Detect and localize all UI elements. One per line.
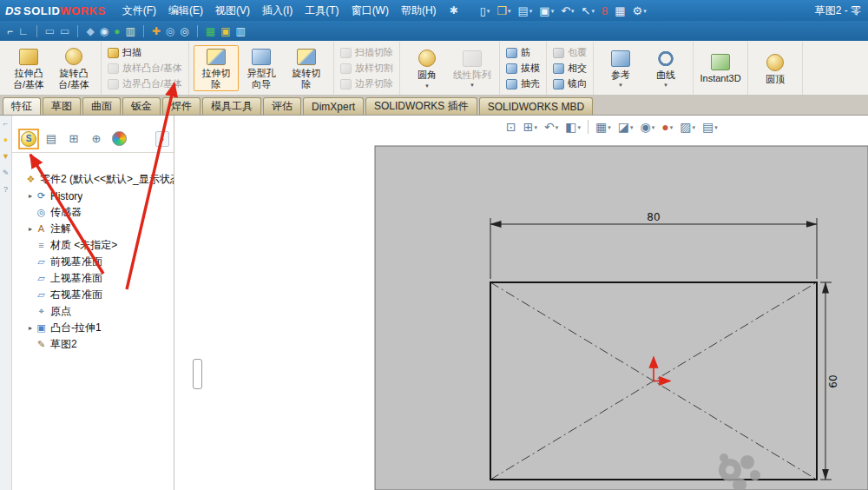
- tree-item-front-plane[interactable]: ▱前视基准面: [12, 254, 174, 270]
- revolved-cut-button[interactable]: 旋转切 除: [284, 45, 329, 91]
- tree-item-history[interactable]: ▸⟳History: [12, 188, 174, 204]
- appearance-icon[interactable]: ◆: [86, 26, 94, 36]
- tab-weldments[interactable]: 焊件: [162, 97, 201, 115]
- panel-splitter-handle[interactable]: [193, 359, 202, 389]
- menu-window[interactable]: 窗口(W): [345, 1, 395, 21]
- reference-geometry-button[interactable]: 参考▼: [598, 47, 643, 90]
- open-icon[interactable]: ❒▾: [494, 5, 513, 17]
- menu-file[interactable]: 文件(F): [116, 1, 162, 21]
- monitor1-icon[interactable]: ▭: [45, 26, 55, 36]
- sw-star-icon[interactable]: ✱: [450, 4, 458, 17]
- dimension-height-value[interactable]: 60: [827, 374, 839, 387]
- tree-item-origin[interactable]: ⌖原点: [12, 303, 174, 320]
- propertymanager-tab[interactable]: ▤: [43, 131, 59, 147]
- tab-solidworks-mbd[interactable]: SOLIDWORKS MBD: [479, 97, 593, 115]
- hide-show-items-icon[interactable]: ◉▾: [640, 121, 654, 133]
- extruded-cut-button[interactable]: 拉伸切 除: [194, 45, 239, 91]
- curves-button[interactable]: 曲线▼: [643, 47, 688, 90]
- tab-evaluate[interactable]: 评估: [263, 97, 301, 115]
- swept-boss-button[interactable]: 扫描: [106, 46, 143, 59]
- zoom-pair-icon[interactable]: ◎: [166, 26, 174, 36]
- view-orientation-icon[interactable]: ▦▾: [595, 121, 611, 133]
- new-document-icon[interactable]: ▯▾: [477, 5, 493, 17]
- display-style-icon[interactable]: ◪▾: [618, 121, 634, 133]
- file-properties-icon[interactable]: ▦: [612, 5, 628, 17]
- graphics-area[interactable]: ⊡⊞▾↶▾◧▾▦▾◪▾◉▾●▾▨▾▤▾: [174, 116, 868, 490]
- tab-sketch[interactable]: 草图: [43, 97, 81, 115]
- eye-icon[interactable]: ◉: [100, 26, 108, 36]
- extruded-boss-button[interactable]: 拉伸凸 台/基体: [6, 45, 51, 91]
- expand-arrow-icon[interactable]: ▸: [26, 324, 35, 332]
- shell-button[interactable]: 抽壳: [504, 77, 542, 90]
- mm-ruler-icon[interactable]: ▥: [125, 26, 135, 36]
- tree-item-boss-extrude1[interactable]: ▸▣凸台-拉伸1: [12, 320, 174, 336]
- dimension-width-value[interactable]: 80: [647, 211, 660, 223]
- zoom-area-icon[interactable]: ⊞▾: [523, 121, 537, 133]
- tab-dimxpert[interactable]: DimXpert: [303, 97, 364, 115]
- tab-solidworks-addins[interactable]: SOLIDWORKS 插件: [365, 97, 477, 115]
- configurationmanager-tab[interactable]: ⊞: [66, 131, 82, 147]
- tree-item-material[interactable]: ≡材质 <未指定>: [12, 237, 174, 254]
- select-icon[interactable]: ↖▾: [579, 5, 597, 17]
- tree-item-top-plane[interactable]: ▱上视基准面: [12, 270, 174, 287]
- filter-strip-icon[interactable]: ▼: [2, 153, 10, 161]
- apply-scene-icon[interactable]: ▨▾: [680, 121, 695, 133]
- featuremanager-tab[interactable]: S: [21, 131, 36, 147]
- help-strip-icon[interactable]: ?: [3, 186, 8, 194]
- tree-item-right-plane[interactable]: ▱右视基准面: [12, 287, 174, 303]
- monitor2-icon[interactable]: ▭: [60, 26, 69, 36]
- magnifier-icon[interactable]: ◎: [180, 26, 188, 36]
- dimxpertmanager-tab[interactable]: ⊕: [89, 131, 104, 147]
- instant3d-button[interactable]: Instant3D: [698, 50, 743, 86]
- undo-icon[interactable]: ↶▾: [558, 5, 576, 17]
- menu-tools[interactable]: 工具(T): [299, 1, 345, 21]
- flyout-expand-button[interactable]: ›: [155, 131, 169, 147]
- pin-icon[interactable]: ⌐: [7, 26, 13, 36]
- tree-item-sketch2[interactable]: ✎草图2: [12, 336, 174, 353]
- corner-ruler-icon[interactable]: ∟: [18, 26, 29, 36]
- options-gear-icon[interactable]: ⚙▾: [630, 5, 649, 17]
- pencil-strip-icon[interactable]: ✎: [3, 169, 10, 177]
- sphere-icon[interactable]: ●: [114, 26, 120, 36]
- previous-view-icon[interactable]: ↶▾: [544, 121, 558, 133]
- draft-button[interactable]: 拔模: [504, 62, 542, 75]
- dome-button[interactable]: 圆顶: [753, 50, 798, 87]
- save-icon[interactable]: ▤▾: [516, 5, 536, 17]
- rib-button[interactable]: 筋: [504, 46, 532, 59]
- sheet-icon[interactable]: ▥: [235, 26, 245, 36]
- menu-view[interactable]: 视图(V): [209, 1, 256, 21]
- chevron-down-icon: ▾: [529, 8, 533, 14]
- expand-arrow-icon[interactable]: ▸: [26, 192, 35, 200]
- logo-solid-text: SOLID: [23, 4, 60, 17]
- menu-insert[interactable]: 插入(I): [256, 1, 299, 21]
- tab-sheet-metal[interactable]: 钣金: [122, 97, 161, 115]
- section-view-icon[interactable]: ◧▾: [565, 121, 581, 133]
- tree-item-part[interactable]: ❖零件2 (默认<<默认>_显示状态: [12, 171, 174, 188]
- cart-icon[interactable]: ▣: [220, 26, 230, 36]
- pin-strip-icon[interactable]: ⌐: [3, 120, 8, 128]
- view-settings-icon[interactable]: ▤▾: [702, 121, 718, 133]
- intersect-button[interactable]: 相交: [551, 62, 589, 75]
- rebuild-icon[interactable]: 8: [599, 5, 610, 17]
- resources-strip-icon[interactable]: ●: [3, 136, 8, 144]
- menu-edit[interactable]: 编辑(E): [162, 1, 209, 21]
- tree-item-sensors[interactable]: ◎传感器: [12, 204, 174, 221]
- model-face[interactable]: [375, 146, 868, 490]
- fillet-button[interactable]: 圆角▼: [404, 46, 450, 90]
- print-icon[interactable]: ▣▾: [536, 5, 556, 17]
- hole-wizard-button[interactable]: 异型孔 向导: [239, 45, 284, 91]
- mirror-button[interactable]: 镜向: [551, 77, 589, 90]
- displaymanager-tab[interactable]: [111, 131, 127, 147]
- edit-appearance-icon[interactable]: ●▾: [661, 121, 673, 133]
- tab-features[interactable]: 特征: [3, 97, 41, 115]
- tab-mold-tools[interactable]: 模具工具: [202, 97, 261, 115]
- tree-item-annotations[interactable]: ▸A注解: [12, 221, 174, 237]
- menu-help[interactable]: 帮助(H): [395, 1, 443, 21]
- revolved-boss-button[interactable]: 旋转凸 台/基体: [51, 44, 96, 91]
- sketch-canvas[interactable]: 80 60: [174, 116, 868, 490]
- expand-arrow-icon[interactable]: ▸: [26, 225, 35, 233]
- zoom-fit-icon[interactable]: ⊡: [506, 121, 516, 133]
- table-icon[interactable]: ▦: [206, 26, 215, 36]
- tab-surfaces[interactable]: 曲面: [82, 97, 121, 115]
- add-icon[interactable]: ✚: [152, 26, 161, 36]
